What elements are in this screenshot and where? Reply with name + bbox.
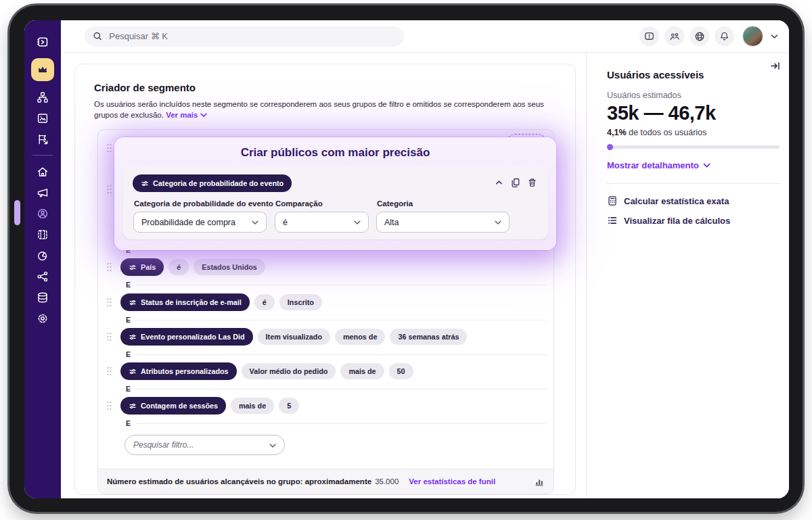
filter-chip[interactable]: Item visualizado (258, 329, 330, 345)
chevron-up-icon[interactable] (495, 179, 503, 186)
drawer-handle[interactable] (14, 200, 20, 225)
percent-line: 4,1% de todos os usuários (607, 128, 780, 137)
chevron-down-icon (495, 218, 501, 227)
sliders-icon (129, 368, 137, 375)
filter-chip[interactable]: Valor médio do pedido (242, 363, 336, 379)
drag-handle-icon[interactable] (106, 185, 113, 194)
category-select[interactable]: Alta (376, 212, 510, 233)
show-breakdown-link[interactable]: Mostrar detalhamento (607, 160, 780, 170)
drag-handle-icon[interactable] (106, 143, 113, 153)
crown-icon[interactable] (31, 58, 54, 81)
select-value: Probabilidade de compra (141, 218, 235, 227)
comparison-select[interactable]: é (275, 212, 369, 233)
user-avatar[interactable] (742, 26, 763, 47)
people-icon[interactable] (30, 203, 55, 224)
show-breakdown-label: Mostrar detalhamento (607, 160, 699, 170)
separator-line (137, 320, 547, 321)
chevron-down-icon (200, 110, 207, 121)
calc-exact-label: Calcular estatística exata (624, 196, 729, 206)
filter-chip[interactable]: Estados Unidos (194, 259, 265, 275)
chevron-down-icon[interactable] (771, 34, 778, 39)
filter-attribute-pill[interactable]: País (120, 258, 164, 276)
filter-search-select[interactable]: Pesquisar filtro... (125, 435, 285, 455)
filter-chip[interactable]: é (254, 294, 275, 310)
filter-attribute-pill[interactable]: Contagem de sessões (120, 397, 226, 415)
sidebar (24, 20, 61, 498)
and-label: E (126, 316, 131, 324)
filter-chip[interactable]: 36 semanas atrás (390, 329, 467, 345)
console-logo-icon[interactable] (30, 31, 55, 52)
card-header: Criador de segmento Os usuários serão in… (75, 64, 575, 120)
bar-chart-icon[interactable] (534, 477, 545, 487)
drag-handle-icon[interactable] (106, 367, 113, 376)
copy-icon[interactable] (510, 177, 520, 188)
sliders-icon (129, 299, 137, 306)
progress-bar (607, 144, 780, 149)
main-column: Criador de segmento Os usuários serão in… (61, 20, 789, 498)
progress-dot (607, 144, 613, 150)
filter-attribute-pill[interactable]: Evento personalizado Las Did (120, 328, 253, 346)
collapse-panel-icon[interactable] (769, 61, 781, 71)
journeys-icon[interactable] (30, 87, 55, 108)
community-icon[interactable] (664, 26, 684, 46)
chevron-down-icon (354, 218, 361, 227)
filter-chip[interactable]: 50 (389, 363, 413, 379)
and-separator: E (106, 280, 547, 289)
feedback-icon[interactable] (639, 26, 659, 46)
filter-chip[interactable]: 5 (279, 398, 299, 414)
audience-panel: Usuários acessíveis Usuários estimados 3… (586, 53, 789, 498)
calc-exact-link[interactable]: Calcular estatística exata (607, 195, 780, 206)
segments-icon[interactable] (30, 224, 55, 245)
broadcasts-icon[interactable] (30, 182, 55, 203)
topbar (61, 20, 789, 53)
filter-attribute-pill[interactable]: Categoria de probabilidade do evento (133, 174, 292, 192)
percent-value: 4,1% (607, 128, 627, 137)
progress-track (607, 145, 780, 149)
sidebar-divider (32, 155, 53, 156)
see-more-label: Ver mais (166, 111, 198, 119)
home-icon[interactable] (30, 161, 55, 182)
filter-attribute-pill[interactable]: Status de inscrição de e-mail (120, 293, 250, 311)
data-icon[interactable] (30, 287, 55, 308)
filter-chip[interactable]: mais de (340, 363, 384, 379)
sliders-icon (129, 333, 137, 341)
filter-chip[interactable]: menos de (335, 329, 385, 345)
filter-row: Evento personalizado Las Did Item visual… (106, 327, 547, 346)
panel-divider (607, 183, 780, 184)
select-value: é (283, 218, 288, 227)
and-separator: E (106, 384, 547, 394)
estimate-label: Número estimado de usuários alcançáveis … (107, 477, 371, 486)
filter-search-placeholder: Pesquisar filtro... (133, 440, 194, 450)
see-more-link[interactable]: Ver mais (166, 111, 207, 119)
drag-handle-icon[interactable] (106, 262, 113, 272)
filter-row: Contagem de sessões mais de 5 (106, 396, 547, 415)
filter-chip[interactable]: mais de (231, 398, 274, 414)
separator-line (137, 389, 547, 389)
filter-chip[interactable]: é (168, 259, 189, 275)
promo-title: Criar públicos com maior precisão (114, 146, 556, 160)
attribute-select[interactable]: Probabilidade de compra (133, 212, 267, 233)
settings-icon[interactable] (30, 308, 55, 329)
global-search[interactable] (85, 26, 404, 47)
globe-icon[interactable] (690, 26, 709, 46)
drag-handle-icon[interactable] (106, 332, 113, 341)
filter-chip[interactable]: Inscrito (279, 294, 322, 310)
campaigns-icon[interactable] (30, 128, 55, 149)
funnel-stats-link[interactable]: Ver estatísticas de funil (409, 477, 495, 486)
chevron-down-icon (252, 218, 258, 227)
estimated-range: 35k — 46,7k (607, 102, 780, 124)
drag-handle-icon[interactable] (106, 401, 113, 410)
trash-icon[interactable] (527, 177, 537, 188)
and-separator: E (106, 315, 547, 325)
filter-attribute-pill[interactable]: Atributos personalizados (120, 362, 237, 380)
field-label: Categoria (377, 199, 413, 208)
separator-line (137, 423, 547, 424)
view-queue-link[interactable]: Visualizar fila de cálculos (607, 215, 780, 226)
drag-handle-icon[interactable] (106, 298, 113, 307)
panel-title: Usuários acessíveis (607, 69, 780, 80)
search-input[interactable] (108, 30, 396, 42)
metrics-icon[interactable] (30, 245, 55, 266)
newsletters-icon[interactable] (30, 108, 55, 128)
notifications-icon[interactable] (715, 26, 734, 46)
integrations-icon[interactable] (30, 266, 55, 287)
